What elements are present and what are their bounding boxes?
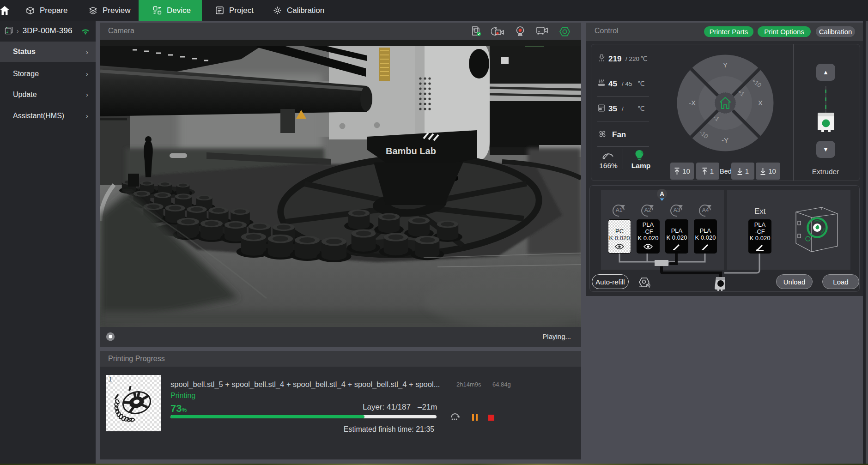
- svg-text:-X: -X: [689, 99, 696, 107]
- svg-text:-Y: -Y: [722, 136, 728, 144]
- svg-text:X: X: [758, 99, 763, 107]
- svg-text:Y: Y: [723, 61, 728, 69]
- svg-text:Bambu Lab: Bambu Lab: [386, 146, 436, 156]
